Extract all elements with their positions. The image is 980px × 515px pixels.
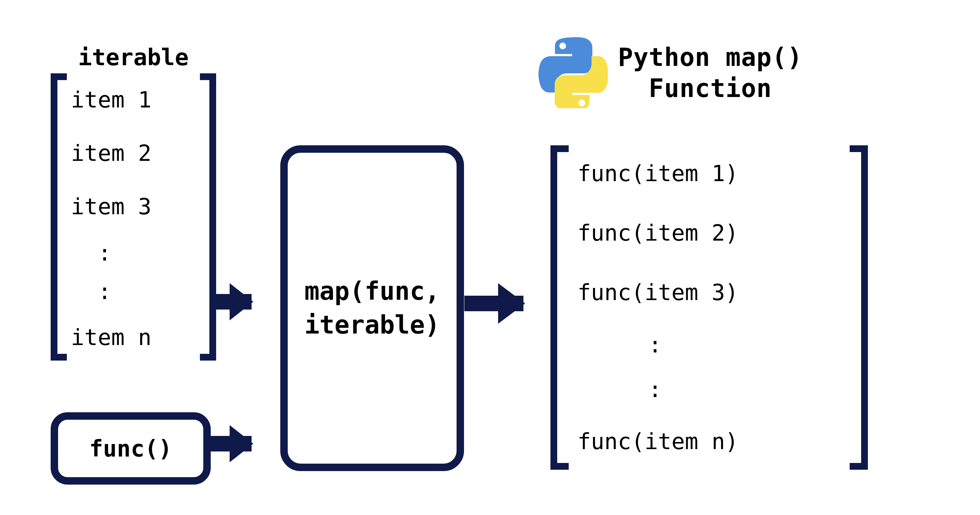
output-items: func(item 1) func(item 2) func(item 3) :… — [578, 161, 841, 454]
title-block: Python map() Function — [537, 37, 803, 108]
output-item: func(item 3) — [578, 279, 841, 306]
iterable-items: item 1 item 2 item 3 : : item n — [71, 87, 196, 351]
diagram-canvas: Python map() Function iterable item 1 it… — [0, 0, 980, 515]
map-function-label: map(func, iterable) — [305, 274, 440, 342]
func-input-block: func() — [51, 412, 211, 485]
output-item: func(item n) — [578, 429, 841, 454]
arrow-right-icon — [206, 436, 251, 451]
diagram-title: Python map() Function — [618, 41, 803, 104]
map-function-block: map(func, iterable) — [280, 145, 464, 471]
ellipsis-icon: : — [578, 339, 841, 351]
right-square-bracket-icon — [850, 145, 868, 470]
output-block: func(item 1) func(item 2) func(item 3) :… — [550, 145, 868, 470]
iterable-item: item 1 — [71, 87, 196, 113]
arrow-right-icon — [216, 294, 251, 309]
iterable-item: item 3 — [71, 194, 196, 220]
iterable-input-block: iterable item 1 item 2 item 3 : : item n — [51, 44, 216, 360]
iterable-item: item 2 — [71, 140, 196, 166]
iterable-label: iterable — [51, 44, 216, 71]
iterable-item: item n — [71, 324, 196, 351]
iterable-brackets: item 1 item 2 item 3 : : item n — [51, 73, 216, 360]
left-square-bracket-icon — [550, 145, 569, 470]
python-logo-icon — [537, 37, 608, 108]
output-item: func(item 1) — [578, 161, 841, 187]
title-line-2: Function — [618, 73, 803, 104]
output-item: func(item 2) — [578, 220, 841, 246]
title-line-1: Python map() — [618, 41, 803, 73]
left-square-bracket-icon — [51, 73, 67, 360]
right-square-bracket-icon — [200, 73, 216, 360]
ellipsis-icon: : — [71, 247, 196, 258]
func-label: func() — [89, 435, 172, 462]
ellipsis-icon: : — [578, 384, 841, 395]
arrow-right-icon — [465, 296, 523, 311]
ellipsis-icon: : — [71, 286, 196, 297]
